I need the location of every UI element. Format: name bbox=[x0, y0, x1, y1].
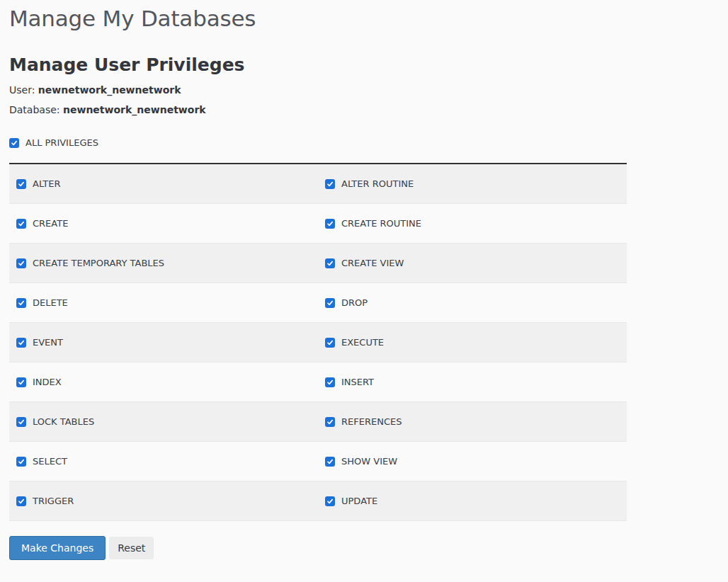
privilege-label[interactable]: UPDATE bbox=[341, 496, 377, 506]
check-icon bbox=[18, 299, 25, 307]
privilege-row: CREATE TEMPORARY TABLESCREATE VIEW bbox=[9, 244, 627, 283]
check-icon bbox=[18, 339, 25, 346]
check-icon bbox=[18, 379, 25, 386]
privilege-label[interactable]: EXECUTE bbox=[341, 337, 384, 348]
privilege-label[interactable]: ALTER bbox=[33, 178, 61, 189]
check-icon bbox=[326, 181, 334, 188]
privilege-row: SELECTSHOW VIEW bbox=[9, 442, 627, 481]
privilege-cell: CREATE bbox=[9, 204, 318, 243]
user-label: User: bbox=[9, 84, 35, 96]
privilege-checkbox[interactable] bbox=[16, 457, 26, 467]
privilege-label[interactable]: SELECT bbox=[33, 456, 67, 467]
privilege-label[interactable]: SHOW VIEW bbox=[341, 456, 397, 467]
check-icon bbox=[326, 498, 334, 505]
privilege-row: INDEXINSERT bbox=[9, 363, 627, 402]
privilege-label[interactable]: CREATE bbox=[33, 218, 68, 229]
privilege-cell: CREATE ROUTINE bbox=[318, 204, 627, 243]
privilege-checkbox[interactable] bbox=[325, 377, 335, 387]
privilege-cell: INSERT bbox=[318, 363, 627, 401]
check-icon bbox=[18, 418, 25, 426]
all-privileges-row: ALL PRIVILEGES bbox=[9, 137, 627, 163]
privilege-label[interactable]: EVENT bbox=[33, 337, 63, 348]
check-icon bbox=[326, 220, 334, 227]
check-icon bbox=[326, 339, 334, 346]
privilege-checkbox[interactable] bbox=[325, 338, 335, 348]
privilege-cell: ALTER ROUTINE bbox=[318, 164, 627, 203]
privilege-label[interactable]: CREATE VIEW bbox=[341, 258, 404, 268]
privilege-label[interactable]: DROP bbox=[341, 297, 368, 308]
privilege-row: DELETEDROP bbox=[9, 283, 627, 323]
privilege-row: EVENTEXECUTE bbox=[9, 323, 627, 363]
privilege-cell: SHOW VIEW bbox=[318, 442, 627, 481]
privilege-checkbox[interactable] bbox=[325, 258, 335, 268]
privilege-label[interactable]: CREATE TEMPORARY TABLES bbox=[33, 258, 164, 268]
privilege-row: LOCK TABLESREFERENCES bbox=[9, 402, 627, 442]
privilege-checkbox[interactable] bbox=[325, 417, 335, 427]
privilege-label[interactable]: TRIGGER bbox=[33, 496, 74, 506]
privilege-checkbox[interactable] bbox=[16, 417, 26, 427]
manage-databases-page: Manage My Databases Manage User Privileg… bbox=[0, 0, 728, 560]
check-icon bbox=[18, 220, 25, 227]
database-label: Database: bbox=[9, 104, 60, 115]
section-title: Manage User Privileges bbox=[9, 54, 719, 76]
user-line: User: newnetwork_newnetwork bbox=[9, 84, 719, 96]
database-value: newnetwork_newnetwork bbox=[63, 104, 206, 115]
privilege-checkbox[interactable] bbox=[325, 179, 335, 189]
page-title: Manage My Databases bbox=[9, 4, 719, 33]
check-icon bbox=[18, 260, 25, 267]
privilege-cell: EVENT bbox=[9, 323, 318, 362]
privilege-checkbox[interactable] bbox=[325, 219, 335, 229]
privilege-checkbox[interactable] bbox=[16, 496, 26, 506]
privilege-row: CREATECREATE ROUTINE bbox=[9, 204, 627, 244]
privilege-cell: DELETE bbox=[9, 283, 318, 322]
privilege-label[interactable]: INSERT bbox=[341, 377, 374, 387]
privilege-row: TRIGGERUPDATE bbox=[9, 481, 627, 521]
privilege-cell: REFERENCES bbox=[318, 402, 627, 441]
privilege-label[interactable]: ALTER ROUTINE bbox=[341, 178, 414, 189]
privilege-cell: CREATE VIEW bbox=[318, 244, 627, 283]
form-actions: Make Changes Reset bbox=[9, 536, 719, 560]
check-icon bbox=[18, 458, 25, 465]
privilege-row: ALTERALTER ROUTINE bbox=[9, 164, 627, 204]
privilege-checkbox[interactable] bbox=[16, 377, 26, 387]
privileges-table: ALTERALTER ROUTINECREATECREATE ROUTINECR… bbox=[9, 163, 627, 521]
privilege-checkbox[interactable] bbox=[325, 496, 335, 506]
privilege-checkbox[interactable] bbox=[16, 219, 26, 229]
privilege-cell: CREATE TEMPORARY TABLES bbox=[9, 244, 318, 283]
privilege-cell: DROP bbox=[318, 283, 627, 322]
make-changes-button[interactable]: Make Changes bbox=[9, 536, 106, 560]
privilege-checkbox[interactable] bbox=[16, 179, 26, 189]
check-icon bbox=[326, 458, 334, 465]
user-value: newnetwork_newnetwork bbox=[38, 84, 181, 96]
privilege-label[interactable]: LOCK TABLES bbox=[33, 416, 94, 427]
privilege-cell: EXECUTE bbox=[318, 323, 627, 362]
privilege-label[interactable]: INDEX bbox=[33, 377, 62, 387]
all-privileges-label[interactable]: ALL PRIVILEGES bbox=[25, 137, 98, 148]
check-icon bbox=[326, 299, 334, 307]
privilege-label[interactable]: CREATE ROUTINE bbox=[341, 218, 421, 229]
check-icon bbox=[326, 418, 334, 426]
privilege-cell: SELECT bbox=[9, 442, 318, 481]
privilege-label[interactable]: DELETE bbox=[33, 297, 68, 308]
privilege-cell: INDEX bbox=[9, 363, 318, 401]
privilege-checkbox[interactable] bbox=[325, 298, 335, 308]
check-icon bbox=[326, 379, 334, 386]
privilege-cell: TRIGGER bbox=[9, 481, 318, 520]
privilege-cell: LOCK TABLES bbox=[9, 402, 318, 441]
privilege-checkbox[interactable] bbox=[16, 298, 26, 308]
privilege-checkbox[interactable] bbox=[16, 338, 26, 348]
check-icon bbox=[326, 260, 334, 267]
privilege-checkbox[interactable] bbox=[16, 258, 26, 268]
database-line: Database: newnetwork_newnetwork bbox=[9, 104, 719, 115]
check-icon bbox=[18, 498, 25, 505]
privilege-label[interactable]: REFERENCES bbox=[341, 416, 402, 427]
privilege-cell: ALTER bbox=[9, 164, 318, 203]
privilege-checkbox[interactable] bbox=[325, 457, 335, 467]
check-icon bbox=[18, 181, 25, 188]
reset-button[interactable]: Reset bbox=[109, 537, 154, 559]
privilege-cell: UPDATE bbox=[318, 481, 627, 520]
check-icon bbox=[11, 139, 18, 147]
all-privileges-checkbox[interactable] bbox=[9, 138, 19, 148]
